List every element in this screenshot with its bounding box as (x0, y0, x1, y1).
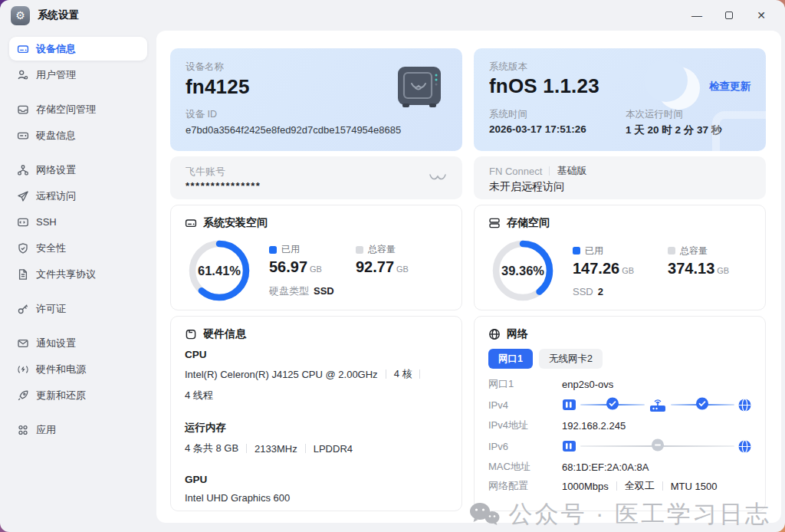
config-label: 网络配置 (488, 479, 562, 493)
sidebar-item-network-settings[interactable]: 网络设置 (9, 158, 147, 182)
sidebar-item-security[interactable]: 安全性 (9, 236, 147, 260)
sidebar-item-update-restore[interactable]: 更新和还原 (9, 383, 147, 407)
sidebar-item-label: 许可证 (36, 302, 66, 316)
internet-globe-icon (738, 399, 751, 412)
sidebar-item-label: 硬件和电源 (36, 363, 86, 376)
storage-space-percent: 39.36% (490, 238, 556, 304)
pool-note: SSD2 (573, 286, 729, 297)
system-space-donut: 61.41% (186, 238, 252, 304)
fn-connect-status: 未开启远程访问 (489, 180, 751, 194)
version-label: 系统版本 (489, 61, 751, 74)
window-title: 系统设置 (38, 8, 79, 22)
hard-drive-icon (17, 130, 29, 142)
sidebar-item-apps[interactable]: 应用 (9, 418, 147, 442)
memory-label: 运行内存 (185, 421, 448, 435)
ipv6-connectivity-diagram (562, 438, 751, 455)
device-id-label: 设备 ID (186, 108, 447, 121)
sidebar-item-ssh[interactable]: SSH (9, 210, 147, 234)
account-label: 飞牛账号 (186, 165, 261, 179)
divider (246, 444, 247, 453)
storage-space-card: 存储空间 39.36% 已用 147.26 (474, 205, 766, 310)
total-swatch (668, 247, 675, 255)
divider (549, 166, 550, 176)
network-nodes-icon (17, 164, 29, 176)
cpu-label: CPU (185, 349, 448, 360)
paper-plane-icon (17, 190, 29, 202)
config-value: 1000Mbps 全双工 MTU 1500 (562, 479, 751, 493)
network-title: 网络 (507, 327, 528, 341)
close-button[interactable]: ✕ (745, 4, 777, 27)
ipv4-label: IPv4 (488, 399, 562, 411)
hardware-title: 硬件信息 (203, 327, 246, 341)
total-swatch (356, 246, 363, 254)
check-circle-icon (606, 397, 619, 410)
sidebar-item-user-management[interactable]: 用户管理 (9, 63, 147, 87)
drive-icon (185, 217, 197, 229)
sidebar-item-hardware-power[interactable]: 硬件和电源 (9, 357, 147, 381)
fn-connect-card: FN Connect 基础版 未开启远程访问 (474, 156, 766, 199)
sidebar-item-label: 设备信息 (36, 42, 76, 56)
port-label: 网口1 (488, 377, 562, 391)
sidebar-item-label: 文件共享协议 (36, 268, 96, 281)
sidebar-item-notifications[interactable]: 通知设置 (9, 331, 147, 355)
sidebar-item-storage-management[interactable]: 存储空间管理 (9, 97, 147, 121)
sidebar-item-label: 用户管理 (36, 68, 76, 82)
document-icon (17, 268, 29, 281)
account-value: *************** (186, 180, 261, 192)
rocket-icon (17, 389, 29, 402)
system-space-percent: 61.41% (186, 238, 252, 304)
storage-space-donut: 39.36% (490, 238, 556, 304)
sidebar-item-license[interactable]: 许可证 (9, 297, 147, 320)
minus-circle-icon (651, 438, 664, 452)
fn-connect-label: FN Connect (489, 166, 542, 177)
sidebar-item-label: 硬盘信息 (36, 129, 76, 143)
titlebar: ⚙ 系统设置 — ✕ (0, 0, 785, 31)
globe-icon (488, 328, 501, 340)
sidebar: 设备信息 用户管理 存储空间管理 硬盘信息 网络设置 (0, 31, 156, 532)
check-circle-icon (696, 397, 709, 410)
sidebar-item-label: SSH (36, 216, 57, 228)
sidebar-item-file-sharing[interactable]: 文件共享协议 (9, 262, 147, 286)
ipv4-addr-value: 192.168.2.245 (562, 420, 751, 432)
terminal-icon (17, 216, 29, 228)
check-update-link[interactable]: 检查更新 (709, 80, 751, 94)
storage-space-title: 存储空间 (507, 216, 550, 230)
ipv4-addr-label: IPv4地址 (488, 419, 562, 432)
sidebar-item-label: 存储空间管理 (36, 103, 96, 117)
total-legend: 总容量 92.77GB (356, 243, 409, 276)
router-icon (649, 398, 667, 412)
device-icon (17, 43, 29, 55)
used-swatch (269, 246, 277, 254)
sidebar-item-device-info[interactable]: 设备信息 (9, 37, 147, 61)
account-card: 飞牛账号 *************** (170, 156, 462, 199)
nas-device-icon (395, 65, 445, 110)
ipv6-label: IPv6 (488, 441, 562, 452)
maximize-button[interactable] (713, 4, 745, 27)
sidebar-item-disk-info[interactable]: 硬盘信息 (9, 123, 147, 147)
minimize-button[interactable]: — (681, 4, 713, 27)
sidebar-item-label: 安全性 (36, 241, 66, 255)
moon-decoration (657, 67, 700, 110)
sidebar-item-label: 通知设置 (36, 337, 76, 350)
used-swatch (573, 247, 580, 255)
sidebar-item-label: 远程访问 (36, 189, 76, 203)
window-controls: — ✕ (681, 4, 777, 27)
device-id-value: e7bd0a3564f2425e8fed92d7cdbe1574954e8685 (186, 124, 447, 136)
main-panel: 设备名称 fn4125 设备 ID e7bd0a3564f2425e8fed92… (156, 31, 781, 523)
used-legend: 已用 56.97GB (269, 243, 322, 276)
chip-icon (185, 328, 197, 340)
hardware-card: 硬件信息 CPU Intel(R) Celeron(R) J4125 CPU @… (170, 316, 462, 511)
network-card: 网络 网口1 无线网卡2 网口1 enp2s0-ovs IPv4 (474, 316, 766, 511)
tab-port1[interactable]: 网口1 (488, 349, 533, 369)
tab-wireless2[interactable]: 无线网卡2 (539, 349, 603, 369)
nas-node-icon (562, 399, 576, 411)
version-card: 系统版本 fnOS 1.1.23 检查更新 系统时间 2026-03-17 17… (474, 48, 766, 151)
divider (616, 481, 617, 491)
system-time-value: 2026-03-17 17:51:26 (489, 123, 626, 135)
mac-label: MAC地址 (488, 460, 562, 474)
sidebar-item-remote-access[interactable]: 远程访问 (9, 184, 147, 208)
bull-horns-icon (429, 173, 447, 182)
gpu-value: Intel UHD Graphics 600 (185, 492, 448, 504)
uptime-value: 1 天 20 时 2 分 37 秒 (626, 123, 721, 137)
envelope-icon (17, 337, 29, 350)
